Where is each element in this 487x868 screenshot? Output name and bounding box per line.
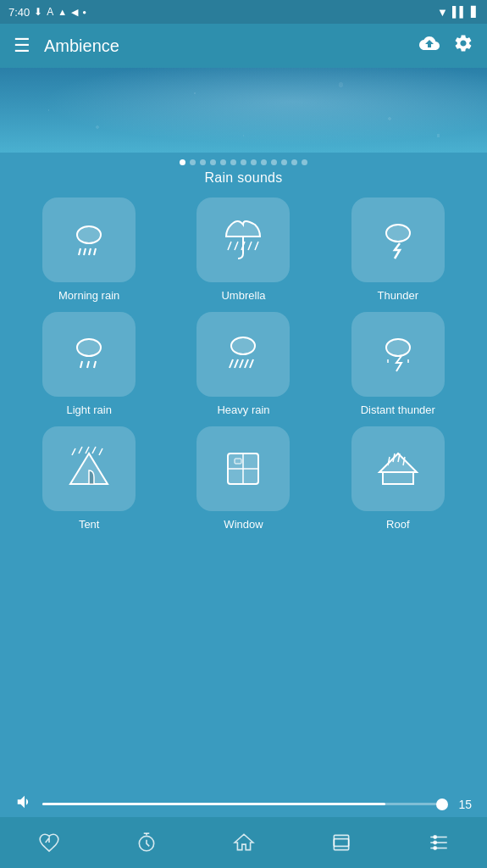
svg-line-19 bbox=[235, 359, 238, 368]
umbrella-icon-box bbox=[196, 198, 290, 282]
thunder-label: Thunder bbox=[378, 289, 418, 302]
heavy-rain-label: Heavy rain bbox=[217, 403, 269, 416]
time-display: 7:40 bbox=[8, 6, 30, 19]
page-dot-2[interactable] bbox=[200, 159, 206, 165]
wifi-icon: ▼ bbox=[437, 6, 448, 19]
svg-line-10 bbox=[248, 242, 252, 250]
menu-icon[interactable]: ☰ bbox=[14, 35, 30, 57]
nav-menu[interactable] bbox=[418, 821, 460, 864]
distant-thunder-icon-box bbox=[351, 312, 445, 397]
heavy-rain-icon bbox=[216, 327, 270, 381]
volume-track[interactable] bbox=[42, 803, 446, 805]
svg-point-17 bbox=[231, 337, 255, 354]
volume-value: 15 bbox=[455, 798, 472, 811]
volume-bar: 15 bbox=[0, 793, 487, 815]
sound-item-distant-thunder[interactable]: Distant thunder bbox=[326, 312, 470, 416]
sound-item-light-rain[interactable]: Light rain bbox=[17, 312, 161, 416]
svg-line-27 bbox=[72, 448, 75, 455]
window-icon bbox=[216, 442, 270, 496]
sound-item-thunder[interactable]: Thunder bbox=[326, 198, 470, 302]
svg-line-7 bbox=[228, 242, 231, 250]
svg-line-2 bbox=[84, 248, 86, 255]
roof-icon-box bbox=[351, 426, 445, 511]
page-dot-0[interactable] bbox=[180, 159, 185, 165]
svg-line-18 bbox=[230, 359, 233, 368]
svg-rect-43 bbox=[334, 835, 348, 846]
heavy-rain-icon-box bbox=[196, 312, 290, 397]
svg-line-21 bbox=[245, 359, 248, 368]
morning-rain-icon-box bbox=[42, 198, 136, 282]
battery-icon: ▋ bbox=[471, 6, 479, 18]
svg-line-31 bbox=[99, 448, 102, 455]
distant-thunder-icon bbox=[371, 327, 425, 381]
page-dot-9[interactable] bbox=[271, 159, 277, 165]
status-bar: 7:40 ⬇ A ▲ ◀ ● ▼ ▌▌ ▋ bbox=[0, 0, 487, 24]
light-rain-icon-box bbox=[42, 312, 136, 397]
app-title: Ambience bbox=[44, 36, 406, 56]
svg-line-29 bbox=[86, 447, 89, 453]
page-dot-6[interactable] bbox=[241, 159, 246, 165]
volume-fill bbox=[42, 803, 385, 805]
sound-item-morning-rain[interactable]: Morning rain bbox=[17, 198, 161, 302]
svg-line-11 bbox=[255, 242, 258, 250]
svg-point-23 bbox=[386, 339, 410, 356]
svg-line-20 bbox=[240, 359, 243, 368]
page-dot-4[interactable] bbox=[220, 159, 226, 165]
sound-item-roof[interactable]: Roof bbox=[326, 426, 470, 531]
morning-rain-icon bbox=[62, 213, 116, 267]
nav-favorites[interactable] bbox=[28, 821, 70, 864]
sound-item-heavy-rain[interactable]: Heavy rain bbox=[171, 312, 315, 416]
nav-home[interactable] bbox=[223, 821, 265, 864]
hero-banner bbox=[0, 68, 487, 153]
page-indicators bbox=[0, 153, 487, 170]
section-title: Rain sounds bbox=[0, 170, 487, 186]
roof-label: Roof bbox=[386, 518, 409, 531]
light-rain-icon bbox=[62, 327, 116, 381]
page-dot-10[interactable] bbox=[281, 159, 287, 165]
svg-point-13 bbox=[77, 339, 101, 356]
sound-item-umbrella[interactable]: Umbrella bbox=[171, 198, 315, 302]
umbrella-label: Umbrella bbox=[221, 289, 265, 302]
light-rain-label: Light rain bbox=[66, 403, 111, 416]
settings-icon[interactable] bbox=[453, 33, 473, 58]
svg-line-30 bbox=[92, 447, 96, 453]
bottom-nav bbox=[0, 817, 487, 868]
svg-point-48 bbox=[434, 836, 436, 838]
page-dot-3[interactable] bbox=[210, 159, 216, 165]
svg-rect-44 bbox=[334, 839, 348, 850]
nav-timer[interactable] bbox=[125, 821, 168, 864]
svg-line-16 bbox=[94, 361, 96, 368]
morning-rain-label: Morning rain bbox=[58, 289, 119, 302]
signal-icon: ▲ bbox=[58, 7, 67, 17]
window-icon-box bbox=[196, 426, 290, 511]
notification-icon: A bbox=[47, 6, 53, 18]
page-dot-1[interactable] bbox=[190, 159, 196, 165]
nav-layers[interactable] bbox=[320, 821, 362, 864]
thunder-icon-box bbox=[351, 198, 445, 282]
svg-point-49 bbox=[434, 841, 436, 843]
sound-item-tent[interactable]: Tent bbox=[17, 426, 161, 531]
water-drops-bg bbox=[0, 68, 487, 153]
top-bar: ☰ Ambience bbox=[0, 24, 487, 68]
window-label: Window bbox=[224, 518, 263, 531]
svg-point-50 bbox=[434, 847, 436, 849]
upload-icon[interactable] bbox=[419, 33, 440, 58]
page-dot-12[interactable] bbox=[302, 159, 307, 165]
page-dot-8[interactable] bbox=[261, 159, 267, 165]
svg-line-4 bbox=[94, 248, 96, 255]
status-icons: ▼ ▌▌ ▋ bbox=[437, 6, 479, 19]
tent-icon bbox=[62, 442, 116, 496]
sound-item-window[interactable]: Window bbox=[171, 426, 315, 531]
signal-bars-icon: ▌▌ bbox=[452, 6, 467, 18]
page-dot-5[interactable] bbox=[230, 159, 236, 165]
svg-rect-35 bbox=[235, 459, 241, 464]
page-dot-11[interactable] bbox=[291, 159, 297, 165]
svg-line-28 bbox=[79, 447, 82, 453]
svg-point-0 bbox=[77, 226, 101, 243]
svg-line-15 bbox=[87, 361, 89, 368]
svg-line-1 bbox=[79, 248, 80, 255]
volume-thumb bbox=[436, 798, 448, 810]
page-dot-7[interactable] bbox=[251, 159, 257, 165]
svg-line-14 bbox=[80, 361, 82, 368]
distant-thunder-label: Distant thunder bbox=[361, 403, 435, 416]
